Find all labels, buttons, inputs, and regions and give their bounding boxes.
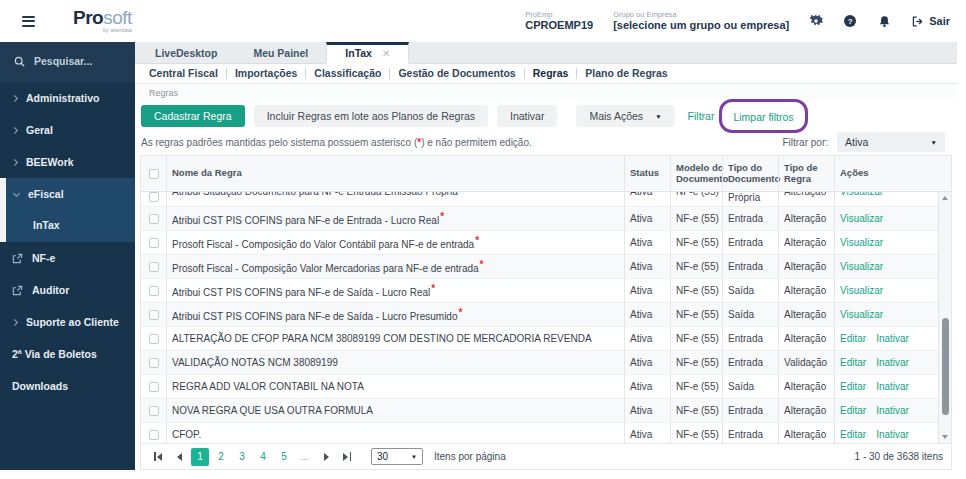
row-checkbox[interactable]	[149, 192, 159, 202]
vertical-scrollbar[interactable]	[938, 192, 951, 443]
scrollbar-thumb[interactable]	[942, 318, 949, 416]
actions-cell: Visualizar	[834, 207, 938, 230]
row-checkbox[interactable]	[149, 214, 159, 224]
subtab-gest-o-de-documentos[interactable]: Gestão de Documentos	[389, 68, 523, 79]
hamburger-menu-icon[interactable]	[22, 16, 35, 27]
bell-icon[interactable]	[877, 14, 891, 28]
tipo-regra-cell: Alteração	[778, 423, 834, 443]
sidebar-item-suporte-ao-cliente[interactable]: Suporte ao Cliente	[0, 306, 135, 338]
visualizar-link[interactable]: Visualizar	[840, 237, 883, 248]
sidebar-item-2-via-de-boletos[interactable]: 2ª Via de Boletos	[0, 338, 135, 370]
sidebar-item-efiscal[interactable]: eFiscal	[6, 178, 135, 210]
page-button-3[interactable]: 3	[233, 448, 251, 466]
next-page-button[interactable]	[317, 448, 335, 466]
subtab-central-fiscal[interactable]: Central Fiscal	[141, 68, 226, 79]
rule-name-cell: Atribui CST PIS COFINS para NF-e de Entr…	[166, 207, 624, 230]
close-tab-icon[interactable]: ✕	[382, 48, 390, 59]
visualizar-link[interactable]: Visualizar	[840, 309, 883, 320]
previous-page-button[interactable]	[170, 448, 188, 466]
inativar-button[interactable]: Inativar	[497, 105, 557, 127]
inativar-link[interactable]: Inativar	[876, 357, 909, 368]
inativar-link[interactable]: Inativar	[876, 405, 909, 416]
row-checkbox[interactable]	[149, 382, 159, 392]
page-button-5[interactable]: 5	[275, 448, 293, 466]
tipo-documento-cell-value: Saída	[728, 285, 754, 296]
sidebar-item-nf-e[interactable]: NF-e	[0, 242, 135, 274]
table-row: REGRA ADD VALOR CONTABIL NA NOTAAtivaNF-…	[141, 375, 938, 399]
visualizar-link[interactable]: Visualizar	[840, 285, 883, 296]
sidebar-item-beework[interactable]: BEEWork	[0, 146, 135, 178]
page-size-value: 30	[377, 451, 388, 462]
status-cell-value: Ativa	[630, 237, 652, 248]
tipo-documento-cell-value: Entrada	[728, 237, 763, 248]
sidebar-item-administrativo[interactable]: Administrativo	[0, 82, 135, 114]
last-page-button[interactable]	[338, 448, 356, 466]
gear-icon[interactable]	[809, 14, 823, 28]
sidebar-item-downloads[interactable]: Downloads	[0, 370, 135, 402]
pagination-bar: 12345... 30 ▼ Itens por página 1 - 30 de…	[140, 444, 952, 470]
subtab-importa-es[interactable]: Importações	[226, 68, 305, 79]
chevron-down-icon	[13, 189, 20, 196]
grupo-empresa-selector[interactable]: Grupo ou Empresa [selecione um grupo ou …	[613, 10, 789, 32]
editar-link[interactable]: Editar	[840, 333, 866, 344]
select-all-checkbox[interactable]	[149, 169, 159, 179]
inativar-link[interactable]: Inativar	[876, 381, 909, 392]
row-checkbox[interactable]	[149, 310, 159, 320]
status-filter-select[interactable]: Ativa ▼	[837, 132, 945, 152]
editar-link[interactable]: Editar	[840, 381, 866, 392]
scroll-up-arrow-icon[interactable]	[939, 192, 951, 204]
rule-name-cell: NOVA REGRA QUE USA OUTRA FORMULA	[166, 399, 624, 422]
visualizar-link[interactable]: Visualizar	[840, 213, 883, 224]
logout-button[interactable]: Sair	[911, 15, 950, 28]
tab-meu-painel[interactable]: Meu Painel	[235, 42, 326, 63]
sidebar-item-auditor[interactable]: Auditor	[0, 274, 135, 306]
row-checkbox[interactable]	[149, 430, 159, 440]
row-checkbox[interactable]	[149, 238, 159, 248]
rules-table: Nome da RegraStatusModelo do DocumentoTi…	[140, 155, 952, 444]
page-button-4[interactable]: 4	[254, 448, 272, 466]
editar-link[interactable]: Editar	[840, 429, 866, 440]
row-checkbox[interactable]	[149, 358, 159, 368]
row-checkbox[interactable]	[149, 262, 159, 272]
row-checkbox[interactable]	[149, 406, 159, 416]
page-button-1[interactable]: 1	[191, 448, 209, 466]
limpar-filtros-link[interactable]: Limpar filtros	[733, 111, 793, 123]
help-icon[interactable]: ?	[843, 14, 857, 28]
mais-acoes-dropdown[interactable]: Mais Ações ▼	[576, 105, 674, 127]
sidebar-item-intax[interactable]: InTax	[6, 210, 135, 242]
page-size-select[interactable]: 30 ▼	[371, 448, 423, 465]
tab-livedesktop[interactable]: LiveDesktop	[137, 42, 235, 63]
tipo-regra-cell-value: Alteração	[784, 213, 826, 224]
subtab-regras[interactable]: Regras	[524, 68, 577, 79]
editar-link[interactable]: Editar	[840, 405, 866, 416]
subtab-plano-de-regras[interactable]: Plano de Regras	[576, 68, 675, 79]
scroll-down-arrow-icon[interactable]	[939, 431, 951, 443]
status-cell: Ativa	[624, 279, 670, 302]
modelo-documento-cell: NF-e (55)	[670, 327, 722, 350]
tab-intax[interactable]: InTax✕	[326, 42, 409, 64]
filtrar-link[interactable]: Filtrar	[688, 110, 715, 122]
topbar: Prosoft by alterdata ProEmp CPROEMP19 Gr…	[0, 0, 966, 42]
tipo-regra-cell-value: Alteração	[784, 429, 826, 440]
visualizar-link[interactable]: Visualizar	[840, 192, 883, 203]
editar-link[interactable]: Editar	[840, 357, 866, 368]
cadastrar-regra-button[interactable]: Cadastrar Regra	[141, 105, 245, 127]
inativar-link[interactable]: Inativar	[876, 429, 909, 440]
rule-name: REGRA ADD VALOR CONTABIL NA NOTA	[172, 381, 364, 392]
rule-name: VALIDAÇÃO NOTAS NCM 38089199	[172, 357, 338, 368]
row-checkbox[interactable]	[149, 334, 159, 344]
status-cell: Ativa	[624, 375, 670, 398]
sidebar-search-input[interactable]: Pesquisar...	[0, 42, 135, 82]
inativar-link[interactable]: Inativar	[876, 333, 909, 344]
sidebar-item-geral[interactable]: Geral	[0, 114, 135, 146]
page-button-2[interactable]: 2	[212, 448, 230, 466]
subtab-classifica-o[interactable]: Classificação	[305, 68, 389, 79]
row-checkbox[interactable]	[149, 286, 159, 296]
modelo-documento-cell-value: NF-e (55)	[676, 237, 719, 248]
system-rule-asterisk: *	[440, 211, 444, 222]
status-cell: Ativa	[624, 423, 670, 443]
first-page-button[interactable]	[149, 448, 167, 466]
table-row: VALIDAÇÃO NOTAS NCM 38089199AtivaNF-e (5…	[141, 351, 938, 375]
visualizar-link[interactable]: Visualizar	[840, 261, 883, 272]
incluir-regras-lote-button[interactable]: Incluir Regras em lote aos Planos de Reg…	[254, 105, 488, 127]
